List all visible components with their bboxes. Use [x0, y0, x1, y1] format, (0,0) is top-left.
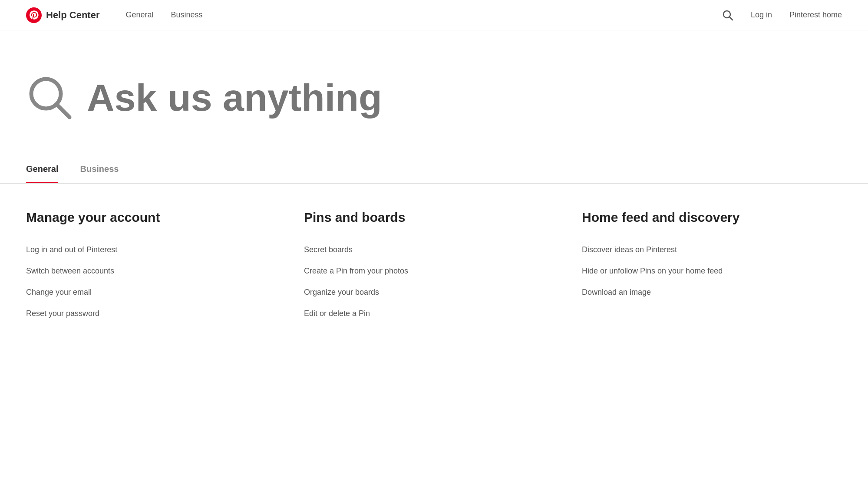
tab-business[interactable]: Business — [80, 156, 119, 183]
divider-1 — [295, 210, 295, 324]
main-nav: General Business — [125, 10, 202, 20]
header-search-button[interactable] — [722, 10, 733, 21]
link-hide-unfollow-pins[interactable]: Hide or unfollow Pins on your home feed — [582, 260, 816, 282]
tabs: General Business — [26, 156, 842, 183]
pins-boards-column: Pins and boards Secret boards Create a P… — [304, 210, 564, 324]
home-feed-links: Discover ideas on Pinterest Hide or unfo… — [582, 239, 816, 303]
home-feed-title: Home feed and discovery — [582, 210, 816, 225]
tabs-section: General Business — [0, 156, 868, 184]
pinterest-home-link[interactable]: Pinterest home — [789, 10, 842, 20]
hero-search-icon — [26, 74, 74, 122]
link-reset-password[interactable]: Reset your password — [26, 303, 260, 324]
hero-section: Ask us anything — [0, 30, 868, 156]
home-feed-column: Home feed and discovery Discover ideas o… — [582, 210, 842, 324]
link-organize-boards[interactable]: Organize your boards — [304, 282, 538, 303]
link-change-email[interactable]: Change your email — [26, 282, 260, 303]
manage-account-links: Log in and out of Pinterest Switch betwe… — [26, 239, 260, 324]
pinterest-logo-icon — [26, 7, 42, 23]
manage-account-title: Manage your account — [26, 210, 260, 225]
site-header: Help Center General Business Log in Pint… — [0, 0, 868, 30]
link-login-logout[interactable]: Log in and out of Pinterest — [26, 239, 260, 260]
link-create-pin-photos[interactable]: Create a Pin from your photos — [304, 260, 538, 282]
search-icon — [722, 10, 733, 21]
manage-account-column: Manage your account Log in and out of Pi… — [26, 210, 286, 324]
svg-line-4 — [56, 104, 69, 117]
svg-point-0 — [26, 7, 42, 23]
divider-2 — [573, 210, 573, 324]
login-link[interactable]: Log in — [751, 10, 772, 20]
content-section: Manage your account Log in and out of Pi… — [0, 184, 868, 359]
pins-boards-title: Pins and boards — [304, 210, 538, 225]
header-right: Log in Pinterest home — [722, 10, 842, 21]
nav-business[interactable]: Business — [171, 10, 203, 20]
link-edit-delete-pin[interactable]: Edit or delete a Pin — [304, 303, 538, 324]
svg-line-2 — [729, 17, 733, 20]
hero-title: Ask us anything — [87, 78, 382, 118]
link-discover-ideas[interactable]: Discover ideas on Pinterest — [582, 239, 816, 260]
nav-general[interactable]: General — [125, 10, 153, 20]
link-download-image[interactable]: Download an image — [582, 282, 816, 303]
tab-general[interactable]: General — [26, 156, 58, 183]
link-switch-accounts[interactable]: Switch between accounts — [26, 260, 260, 282]
link-secret-boards[interactable]: Secret boards — [304, 239, 538, 260]
logo-link[interactable]: Help Center — [26, 7, 99, 23]
help-center-label: Help Center — [46, 10, 99, 21]
pins-boards-links: Secret boards Create a Pin from your pho… — [304, 239, 538, 324]
